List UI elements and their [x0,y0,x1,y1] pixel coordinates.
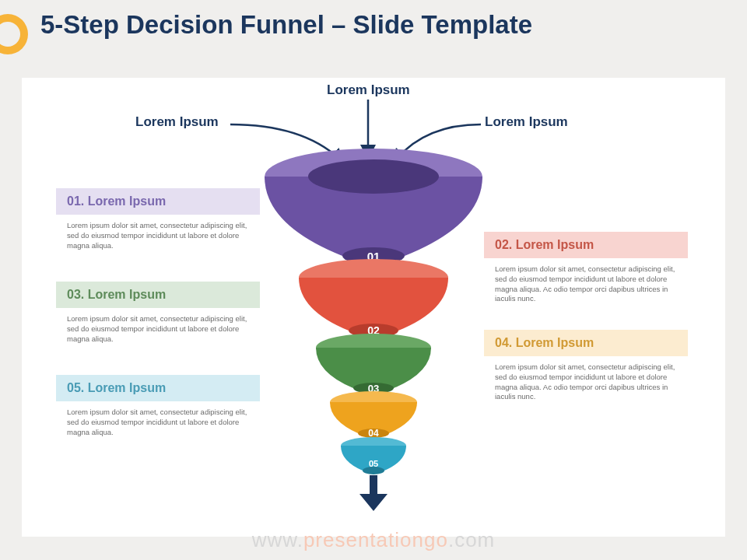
step-box-3: 03. Lorem Ipsum Lorem ipsum dolor sit am… [56,282,260,347]
step-body-1: Lorem ipsum dolor sit amet, consectetur … [56,215,260,254]
stage-num-5: 05 [369,459,378,468]
step-body-4: Lorem ipsum dolor sit amet, consectetur … [484,356,688,405]
watermark-suffix: .com [448,528,495,551]
slide-canvas: Lorem Ipsum Lorem Ipsum Lorem Ipsum 01 0… [22,78,725,537]
step-body-3: Lorem ipsum dolor sit amet, consectetur … [56,308,260,347]
funnel-stage-1: 01 [265,149,482,264]
watermark-mid: presentationgo [303,528,448,551]
output-arrow-icon [359,475,388,511]
funnel-graphic: 01 02 03 04 05 [257,139,490,513]
slide-title: 5-Step Decision Funnel – Slide Template [40,11,710,40]
funnel-stage-5: 05 [341,437,406,474]
step-body-5: Lorem ipsum dolor sit amet, consectetur … [56,401,260,440]
step-box-4: 04. Lorem Ipsum Lorem ipsum dolor sit am… [484,330,688,405]
step-head-5: 05. Lorem Ipsum [56,375,260,401]
step-head-2: 02. Lorem Ipsum [484,232,688,258]
svg-point-1 [308,159,439,194]
funnel-stage-3: 03 [316,334,431,394]
step-head-3: 03. Lorem Ipsum [56,282,260,308]
step-box-2: 02. Lorem Ipsum Lorem ipsum dolor sit am… [484,232,688,307]
step-head-4: 04. Lorem Ipsum [484,330,688,356]
step-box-5: 05. Lorem Ipsum Lorem ipsum dolor sit am… [56,375,260,440]
logo-corner [0,14,28,54]
funnel-stage-2: 02 [299,259,448,338]
watermark: www.presentationgo.com [0,528,747,552]
step-box-1: 01. Lorem Ipsum Lorem ipsum dolor sit am… [56,188,260,254]
step-body-2: Lorem ipsum dolor sit amet, consectetur … [484,258,688,307]
stage-num-4: 04 [368,428,379,439]
step-head-1: 01. Lorem Ipsum [56,188,260,215]
funnel-stage-4: 04 [330,391,417,439]
watermark-prefix: www. [252,528,303,551]
